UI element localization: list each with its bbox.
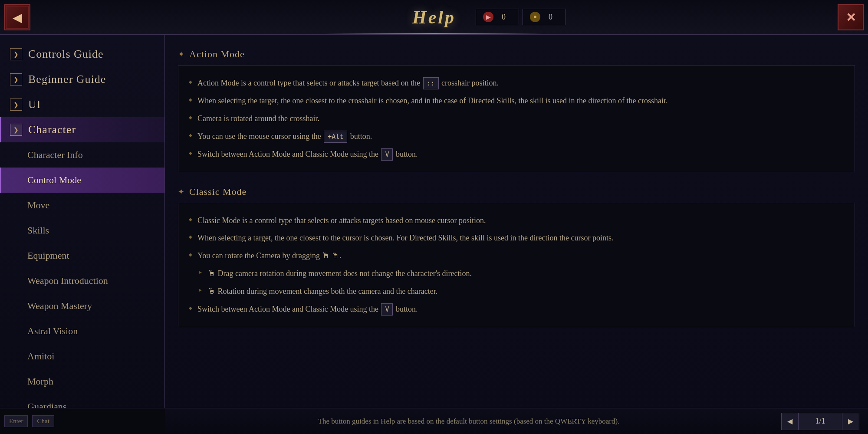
list-item: When selecting a target, the one closest… xyxy=(189,229,844,247)
action-mode-content: Action Mode is a control type that selec… xyxy=(178,65,855,172)
controls-guide-label: Controls Guide xyxy=(28,48,104,61)
classic-mode-title: ✦ Classic Mode xyxy=(178,181,855,203)
action-mode-title: ✦ Action Mode xyxy=(178,43,855,65)
main-content: ❯ Controls Guide ❯ Beginner Guide ❯ UI ❯… xyxy=(0,35,868,434)
sidebar-item-character-info[interactable]: Character Info xyxy=(0,142,164,168)
sidebar-item-equipment[interactable]: Equipment xyxy=(0,243,164,268)
key-badge-alt: +Alt xyxy=(324,131,347,143)
sidebar-item-control-mode[interactable]: Control Mode xyxy=(0,168,164,193)
chevron-right-icon-2: ❯ xyxy=(10,73,22,85)
character-label: Character xyxy=(28,123,76,136)
currency-icon-red: ▶ xyxy=(483,12,493,22)
list-item: You can rotate the Camera by dragging 🖱 … xyxy=(189,247,844,265)
ui-label: UI xyxy=(28,98,41,111)
list-item: You can use the mouse cursor using the +… xyxy=(189,128,844,145)
bottom-note: The button guides in Help are based on t… xyxy=(165,417,773,426)
pagination: ◀ 1/1 ▶ xyxy=(781,413,859,430)
back-icon: ◀ xyxy=(13,10,22,25)
beginner-guide-label: Beginner Guide xyxy=(28,73,106,86)
currency-bar: ▶ 0 ● 0 xyxy=(476,9,566,25)
sidebar-item-controls-guide[interactable]: ❯ Controls Guide xyxy=(0,42,164,67)
content-area: ✦ Action Mode Action Mode is a control t… xyxy=(165,35,868,434)
list-item: Switch between Action Mode and Classic M… xyxy=(189,300,844,318)
sidebar-item-beginner-guide[interactable]: ❯ Beginner Guide xyxy=(0,67,164,92)
bottom-bar: The button guides in Help are based on t… xyxy=(165,408,868,434)
currency-item-red: ▶ 0 xyxy=(476,9,519,25)
sidebar-item-character[interactable]: ❯ Character xyxy=(0,117,164,142)
key-badge: :: xyxy=(423,77,439,89)
sidebar-item-amitoi[interactable]: Amitoi xyxy=(0,344,164,369)
list-item: 🖱 Rotation during movement changes both … xyxy=(189,283,844,300)
close-button[interactable]: ✕ xyxy=(838,4,864,30)
list-item: Switch between Action Mode and Classic M… xyxy=(189,145,844,163)
key-badge-v2: V xyxy=(381,303,393,316)
currency-value-gold: 0 xyxy=(544,13,552,22)
back-button[interactable]: ◀ xyxy=(4,4,30,30)
action-mode-label: Action Mode xyxy=(189,49,245,60)
chevron-down-icon: ❯ xyxy=(10,124,22,136)
sidebar-item-astral-vision[interactable]: Astral Vision xyxy=(0,319,164,344)
page-indicator: 1/1 xyxy=(799,413,842,430)
currency-item-gold: ● 0 xyxy=(523,9,566,25)
sidebar-item-ui[interactable]: ❯ UI xyxy=(0,92,164,117)
list-item: When selecting the target, the one close… xyxy=(189,92,844,110)
sidebar-item-weapon-mastery[interactable]: Weapon Mastery xyxy=(0,293,164,319)
list-item: 🖱 Drag camera rotation during movement d… xyxy=(189,265,844,283)
list-item: Classic Mode is a control type that sele… xyxy=(189,212,844,230)
currency-value-red: 0 xyxy=(497,13,506,22)
sidebar-item-morph[interactable]: Morph xyxy=(0,369,164,394)
sidebar-item-skills[interactable]: Skills xyxy=(0,218,164,243)
top-bar: ◀ Help ▶ 0 ● 0 ✕ xyxy=(0,0,868,35)
status-bar: Enter Chat xyxy=(0,408,165,434)
sidebar: ❯ Controls Guide ❯ Beginner Guide ❯ UI ❯… xyxy=(0,35,165,434)
chevron-right-icon-3: ❯ xyxy=(10,99,22,111)
prev-page-button[interactable]: ◀ xyxy=(781,413,799,430)
key-badge-v: V xyxy=(381,148,393,161)
chevron-right-icon-nav: ▶ xyxy=(848,417,853,425)
page-title: Help xyxy=(412,7,456,28)
title-decoration xyxy=(326,33,542,34)
currency-icon-gold: ● xyxy=(530,12,540,22)
classic-mode-label: Classic Mode xyxy=(189,186,247,197)
sidebar-item-move[interactable]: Move xyxy=(0,193,164,218)
close-icon: ✕ xyxy=(846,10,856,25)
chevron-left-icon: ◀ xyxy=(787,417,792,425)
list-item: Camera is rotated around the crosshair. xyxy=(189,110,844,128)
enter-tag: Enter xyxy=(4,415,28,427)
sidebar-item-weapon-introduction[interactable]: Weapon Introduction xyxy=(0,268,164,293)
chat-tag: Chat xyxy=(32,415,54,427)
classic-mode-content: Classic Mode is a control type that sele… xyxy=(178,203,855,327)
chevron-right-icon: ❯ xyxy=(10,48,22,60)
character-sub-items: Character Info Control Mode Move Skills … xyxy=(0,142,164,434)
fleur-icon-2: ✦ xyxy=(178,187,185,197)
fleur-icon-1: ✦ xyxy=(178,49,185,59)
list-item: Action Mode is a control type that selec… xyxy=(189,74,844,92)
next-page-button[interactable]: ▶ xyxy=(842,413,859,430)
